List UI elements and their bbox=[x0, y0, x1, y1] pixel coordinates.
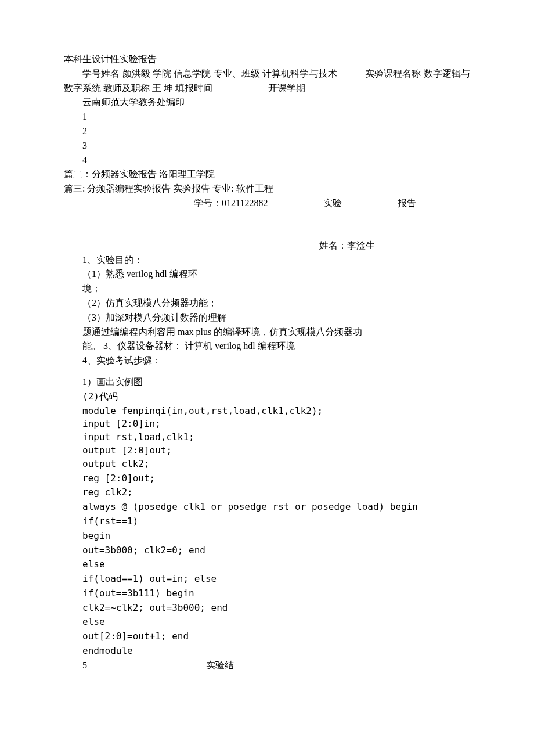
num-2: 2 bbox=[64, 124, 470, 139]
code-line-else1: else bbox=[64, 557, 470, 572]
student-info: 学号姓名 颜洪毅 学院 信息学院 专业、班级 计算机科学与技术 实验课程名称 数… bbox=[64, 67, 470, 96]
section-3: 篇三: 分频器编程实验报告 实验报告 专业: 软件工程 bbox=[64, 182, 470, 196]
code-line-if2: if(load==1) out=in; else bbox=[64, 572, 470, 586]
code-line-always: always @ (posedge clk1 or posedge rst or… bbox=[64, 500, 470, 514]
label-report: 报告 bbox=[398, 196, 416, 211]
step-1: 1）画出实例图 bbox=[64, 375, 470, 390]
purpose-heading: 1、实验目的： bbox=[64, 253, 470, 268]
code-line-out2: out[2:0]=out+1; end bbox=[64, 629, 470, 644]
result-row: 5 实验结 bbox=[64, 658, 470, 673]
content-1: 题通过编编程内利容用 max plus 的编译环境，仿真实现模八分频器功 bbox=[64, 325, 470, 340]
code-line-input2: input rst,load,clk1; bbox=[64, 430, 470, 445]
student-id: 学号：0121122882 bbox=[194, 196, 268, 211]
code-line-if3: if(out==3b111) begin bbox=[64, 586, 470, 601]
code-line-module: module fenpinqi(in,out,rst,load,clk1,clk… bbox=[64, 404, 470, 419]
result-label: 实验结 bbox=[206, 658, 234, 673]
code-line-out1: out=3b000; clk2=0; end bbox=[64, 543, 470, 558]
code-line-clk2: clk2=~clk2; out=3b000; end bbox=[64, 601, 470, 615]
purpose-1a: （1）熟悉 verilog hdl 编程环 bbox=[64, 267, 470, 282]
student-name: 姓名：李淦生 bbox=[64, 239, 470, 253]
report-title: 本科生设计性实验报告 bbox=[64, 52, 470, 67]
issuer: 云南师范大学教务处编印 bbox=[64, 95, 470, 110]
purpose-1b: 境； bbox=[64, 282, 470, 296]
code-line-reg1: reg [2:0]out; bbox=[64, 471, 470, 486]
code-line-begin: begin bbox=[64, 529, 470, 543]
purpose-3: （3）加深对模八分频计数器的理解 bbox=[64, 311, 470, 325]
code-line-output2: output clk2; bbox=[64, 457, 470, 471]
code-line-output1: output [2:0]out; bbox=[64, 445, 470, 457]
student-id-row: 学号：0121122882 实验 报告 bbox=[64, 196, 470, 211]
content-2: 能。 3、仪器设备器材： 计算机 verilog hdl 编程环境 bbox=[64, 339, 470, 354]
section-2: 篇二：分频器实验报告 洛阳理工学院 bbox=[64, 167, 470, 182]
num-5: 5 bbox=[82, 658, 87, 673]
label-experiment: 实验 bbox=[323, 196, 342, 211]
num-3: 3 bbox=[64, 139, 470, 153]
code-line-if1: if(rst==1) bbox=[64, 514, 470, 529]
code-line-endmodule: endmodule bbox=[64, 644, 470, 658]
num-4: 4 bbox=[64, 153, 470, 168]
code-line-input1: input [2:0]in; bbox=[64, 418, 470, 430]
purpose-2: （2）仿真实现模八分频器功能； bbox=[64, 296, 470, 311]
steps-heading: 4、实验考试步骤： bbox=[64, 354, 470, 368]
code-line-reg2: reg clk2; bbox=[64, 485, 470, 500]
num-1: 1 bbox=[64, 110, 470, 124]
step-2-code-label: (2)代码 bbox=[64, 390, 470, 404]
code-line-else2: else bbox=[64, 615, 470, 629]
